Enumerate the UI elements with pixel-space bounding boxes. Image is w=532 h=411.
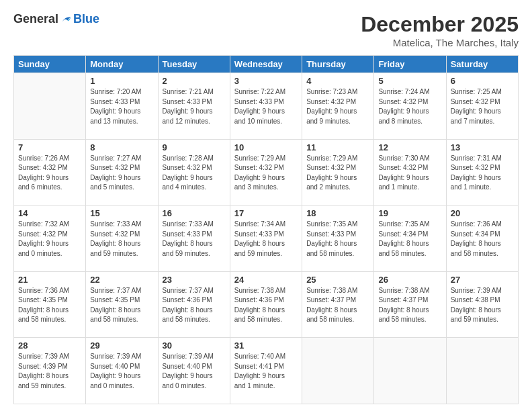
logo-bird-icon bbox=[61, 14, 72, 25]
calendar-cell: 24Sunrise: 7:38 AMSunset: 4:36 PMDayligh… bbox=[230, 271, 302, 338]
calendar-cell: 25Sunrise: 7:38 AMSunset: 4:37 PMDayligh… bbox=[302, 271, 374, 338]
calendar-cell: 13Sunrise: 7:31 AMSunset: 4:32 PMDayligh… bbox=[446, 139, 518, 205]
calendar-cell: 8Sunrise: 7:27 AMSunset: 4:32 PMDaylight… bbox=[86, 139, 158, 205]
day-info: Sunrise: 7:26 AMSunset: 4:32 PMDaylight:… bbox=[18, 154, 81, 193]
day-number: 11 bbox=[306, 142, 369, 152]
day-number: 31 bbox=[234, 340, 298, 351]
day-info: Sunrise: 7:38 AMSunset: 4:37 PMDaylight:… bbox=[378, 286, 441, 325]
calendar-cell: 21Sunrise: 7:36 AMSunset: 4:35 PMDayligh… bbox=[14, 271, 86, 338]
day-info: Sunrise: 7:38 AMSunset: 4:36 PMDaylight:… bbox=[234, 286, 298, 325]
page: General Blue December 2025 Matelica, The… bbox=[0, 0, 532, 411]
calendar-cell: 7Sunrise: 7:26 AMSunset: 4:32 PMDaylight… bbox=[14, 139, 86, 205]
day-info: Sunrise: 7:39 AMSunset: 4:38 PMDaylight:… bbox=[451, 286, 514, 325]
day-number: 28 bbox=[18, 340, 81, 351]
location-subtitle: Matelica, The Marches, Italy bbox=[361, 37, 519, 48]
day-number: 2 bbox=[163, 76, 226, 86]
day-info: Sunrise: 7:23 AMSunset: 4:32 PMDaylight:… bbox=[306, 87, 369, 126]
day-number: 7 bbox=[18, 142, 81, 152]
weekday-header-monday: Monday bbox=[86, 56, 158, 73]
calendar-cell bbox=[374, 338, 446, 404]
calendar-cell: 31Sunrise: 7:40 AMSunset: 4:41 PMDayligh… bbox=[230, 338, 302, 404]
calendar-cell: 23Sunrise: 7:37 AMSunset: 4:36 PMDayligh… bbox=[158, 271, 230, 338]
day-info: Sunrise: 7:35 AMSunset: 4:34 PMDaylight:… bbox=[378, 220, 441, 259]
day-number: 8 bbox=[90, 142, 153, 152]
day-info: Sunrise: 7:27 AMSunset: 4:32 PMDaylight:… bbox=[90, 154, 153, 193]
calendar-cell: 15Sunrise: 7:33 AMSunset: 4:32 PMDayligh… bbox=[86, 205, 158, 272]
day-info: Sunrise: 7:20 AMSunset: 4:33 PMDaylight:… bbox=[90, 87, 153, 126]
day-number: 5 bbox=[378, 76, 441, 86]
calendar-cell: 18Sunrise: 7:35 AMSunset: 4:33 PMDayligh… bbox=[302, 205, 374, 272]
day-info: Sunrise: 7:28 AMSunset: 4:32 PMDaylight:… bbox=[163, 154, 226, 193]
day-info: Sunrise: 7:36 AMSunset: 4:35 PMDaylight:… bbox=[18, 286, 81, 325]
calendar-cell: 16Sunrise: 7:33 AMSunset: 4:33 PMDayligh… bbox=[158, 205, 230, 272]
day-info: Sunrise: 7:31 AMSunset: 4:32 PMDaylight:… bbox=[451, 154, 514, 193]
day-info: Sunrise: 7:33 AMSunset: 4:32 PMDaylight:… bbox=[90, 220, 153, 259]
day-info: Sunrise: 7:24 AMSunset: 4:32 PMDaylight:… bbox=[378, 87, 441, 126]
calendar-cell: 17Sunrise: 7:34 AMSunset: 4:33 PMDayligh… bbox=[230, 205, 302, 272]
day-number: 13 bbox=[451, 142, 514, 152]
day-number: 1 bbox=[90, 76, 153, 86]
calendar-cell: 26Sunrise: 7:38 AMSunset: 4:37 PMDayligh… bbox=[374, 271, 446, 338]
day-number: 12 bbox=[378, 142, 441, 152]
calendar-cell: 14Sunrise: 7:32 AMSunset: 4:32 PMDayligh… bbox=[14, 205, 86, 272]
day-info: Sunrise: 7:22 AMSunset: 4:33 PMDaylight:… bbox=[234, 87, 298, 126]
calendar-cell: 29Sunrise: 7:39 AMSunset: 4:40 PMDayligh… bbox=[86, 338, 158, 404]
day-info: Sunrise: 7:29 AMSunset: 4:32 PMDaylight:… bbox=[234, 154, 298, 193]
day-info: Sunrise: 7:25 AMSunset: 4:32 PMDaylight:… bbox=[451, 87, 514, 126]
calendar-cell: 2Sunrise: 7:21 AMSunset: 4:33 PMDaylight… bbox=[158, 73, 230, 140]
day-number: 27 bbox=[451, 275, 514, 285]
day-info: Sunrise: 7:36 AMSunset: 4:34 PMDaylight:… bbox=[451, 220, 514, 259]
weekday-header-tuesday: Tuesday bbox=[158, 56, 230, 73]
calendar-cell bbox=[14, 73, 86, 140]
day-info: Sunrise: 7:40 AMSunset: 4:41 PMDaylight:… bbox=[234, 352, 298, 391]
day-info: Sunrise: 7:39 AMSunset: 4:40 PMDaylight:… bbox=[90, 352, 153, 391]
day-number: 3 bbox=[234, 76, 298, 86]
day-number: 16 bbox=[163, 208, 226, 218]
day-info: Sunrise: 7:39 AMSunset: 4:39 PMDaylight:… bbox=[18, 352, 81, 391]
logo-blue-text: Blue bbox=[73, 12, 99, 26]
day-number: 15 bbox=[90, 208, 153, 218]
month-title: December 2025 bbox=[361, 12, 519, 37]
day-info: Sunrise: 7:38 AMSunset: 4:37 PMDaylight:… bbox=[306, 286, 369, 325]
calendar-cell: 30Sunrise: 7:39 AMSunset: 4:40 PMDayligh… bbox=[158, 338, 230, 404]
calendar-header-row: SundayMondayTuesdayWednesdayThursdayFrid… bbox=[14, 56, 519, 73]
day-number: 10 bbox=[234, 142, 298, 152]
calendar-cell bbox=[446, 338, 518, 404]
day-number: 4 bbox=[306, 76, 369, 86]
day-number: 9 bbox=[163, 142, 226, 152]
calendar-cell: 1Sunrise: 7:20 AMSunset: 4:33 PMDaylight… bbox=[86, 73, 158, 140]
calendar-cell: 4Sunrise: 7:23 AMSunset: 4:32 PMDaylight… bbox=[302, 73, 374, 140]
header: General Blue December 2025 Matelica, The… bbox=[13, 12, 519, 48]
calendar-cell: 3Sunrise: 7:22 AMSunset: 4:33 PMDaylight… bbox=[230, 73, 302, 140]
day-number: 19 bbox=[378, 208, 441, 218]
day-number: 26 bbox=[378, 275, 441, 285]
calendar-cell: 12Sunrise: 7:30 AMSunset: 4:32 PMDayligh… bbox=[374, 139, 446, 205]
weekday-header-sunday: Sunday bbox=[14, 56, 86, 73]
day-info: Sunrise: 7:37 AMSunset: 4:35 PMDaylight:… bbox=[90, 286, 153, 325]
title-block: December 2025 Matelica, The Marches, Ita… bbox=[361, 12, 519, 48]
weekday-header-wednesday: Wednesday bbox=[230, 56, 302, 73]
calendar-cell: 28Sunrise: 7:39 AMSunset: 4:39 PMDayligh… bbox=[14, 338, 86, 404]
calendar-cell: 20Sunrise: 7:36 AMSunset: 4:34 PMDayligh… bbox=[446, 205, 518, 272]
calendar-week-row: 7Sunrise: 7:26 AMSunset: 4:32 PMDaylight… bbox=[14, 139, 519, 205]
weekday-header-thursday: Thursday bbox=[302, 56, 374, 73]
weekday-header-friday: Friday bbox=[374, 56, 446, 73]
calendar-week-row: 1Sunrise: 7:20 AMSunset: 4:33 PMDaylight… bbox=[14, 73, 519, 140]
day-number: 29 bbox=[90, 340, 153, 351]
logo: General Blue bbox=[13, 12, 99, 26]
day-number: 22 bbox=[90, 275, 153, 285]
day-info: Sunrise: 7:35 AMSunset: 4:33 PMDaylight:… bbox=[306, 220, 369, 259]
logo-general-text: General bbox=[13, 12, 58, 26]
calendar-week-row: 28Sunrise: 7:39 AMSunset: 4:39 PMDayligh… bbox=[14, 338, 519, 404]
day-info: Sunrise: 7:21 AMSunset: 4:33 PMDaylight:… bbox=[163, 87, 226, 126]
calendar-cell: 22Sunrise: 7:37 AMSunset: 4:35 PMDayligh… bbox=[86, 271, 158, 338]
calendar-cell: 19Sunrise: 7:35 AMSunset: 4:34 PMDayligh… bbox=[374, 205, 446, 272]
calendar-cell: 11Sunrise: 7:29 AMSunset: 4:32 PMDayligh… bbox=[302, 139, 374, 205]
day-number: 30 bbox=[163, 340, 226, 351]
calendar-cell: 9Sunrise: 7:28 AMSunset: 4:32 PMDaylight… bbox=[158, 139, 230, 205]
day-number: 6 bbox=[451, 76, 514, 86]
weekday-header-saturday: Saturday bbox=[446, 56, 518, 73]
calendar-cell: 5Sunrise: 7:24 AMSunset: 4:32 PMDaylight… bbox=[374, 73, 446, 140]
calendar-cell bbox=[302, 338, 374, 404]
calendar-week-row: 14Sunrise: 7:32 AMSunset: 4:32 PMDayligh… bbox=[14, 205, 519, 272]
